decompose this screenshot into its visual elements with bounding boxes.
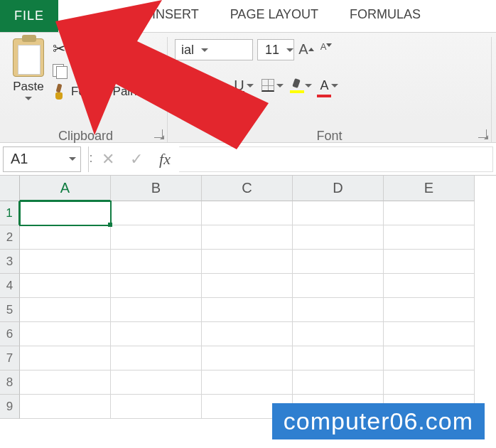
check-icon: ✓: [130, 150, 143, 169]
cell[interactable]: [20, 250, 111, 274]
cell[interactable]: [202, 298, 293, 322]
row-header[interactable]: 6: [0, 322, 20, 346]
row-header[interactable]: 7: [0, 346, 20, 370]
border-button[interactable]: [260, 75, 284, 96]
bold-icon: B: [182, 78, 192, 94]
cell[interactable]: [202, 225, 293, 250]
cancel-button[interactable]: ✕: [94, 146, 122, 172]
cell[interactable]: [293, 322, 384, 346]
cell[interactable]: [111, 225, 202, 250]
fx-icon: fx: [159, 150, 171, 169]
cell[interactable]: [293, 250, 384, 274]
row-header[interactable]: 9: [0, 395, 20, 419]
cell[interactable]: [20, 346, 111, 370]
cell[interactable]: [111, 370, 202, 395]
tab-page-layout[interactable]: PAGE LAYOUT: [215, 0, 334, 32]
copy-button[interactable]: C: [53, 64, 151, 78]
cell[interactable]: [20, 298, 111, 322]
cut-button[interactable]: ✂: [53, 40, 151, 58]
select-all-corner[interactable]: [0, 176, 20, 201]
cell[interactable]: [384, 370, 475, 395]
row-header[interactable]: 8: [0, 370, 20, 395]
column-header[interactable]: B: [111, 176, 202, 201]
cell[interactable]: [384, 250, 475, 274]
cell[interactable]: [111, 250, 202, 274]
cell[interactable]: [202, 201, 293, 225]
increase-font-size-button[interactable]: A: [298, 41, 314, 59]
cell[interactable]: [20, 395, 111, 419]
cell[interactable]: [293, 346, 384, 370]
cell[interactable]: [111, 201, 202, 225]
column-header-label: B: [151, 180, 161, 196]
cell[interactable]: [293, 298, 384, 322]
cell[interactable]: [293, 370, 384, 395]
x-icon: ✕: [102, 150, 114, 169]
row-header[interactable]: 2: [0, 225, 20, 250]
column-header[interactable]: A: [20, 176, 111, 201]
tab-file[interactable]: FILE: [0, 0, 58, 32]
row-header-label: 2: [6, 230, 13, 245]
cell[interactable]: [20, 274, 111, 298]
cell[interactable]: [111, 298, 202, 322]
cell[interactable]: [111, 322, 202, 346]
cell[interactable]: [384, 225, 475, 250]
row-header-label: 5: [6, 303, 13, 317]
cell[interactable]: [384, 201, 475, 225]
chevron-down-icon: [201, 48, 208, 52]
cell[interactable]: [384, 346, 475, 370]
fill-color-button[interactable]: [289, 75, 313, 96]
font-size-selector[interactable]: 11: [257, 39, 294, 60]
cell[interactable]: [293, 225, 384, 250]
cell[interactable]: [202, 346, 293, 370]
cell[interactable]: [384, 274, 475, 298]
column-header[interactable]: C: [202, 176, 293, 201]
font-dialog-launcher-icon[interactable]: [478, 129, 487, 138]
tab-insert[interactable]: INSERT: [136, 0, 215, 32]
row-header-label: 6: [6, 327, 13, 341]
italic-button[interactable]: I: [203, 75, 227, 96]
cell[interactable]: [384, 298, 475, 322]
row-header[interactable]: 5: [0, 298, 20, 322]
cell[interactable]: [111, 274, 202, 298]
row-header[interactable]: 3: [0, 250, 20, 274]
row-header-label: 3: [6, 255, 13, 269]
cell-a1[interactable]: [20, 201, 111, 225]
cell[interactable]: [293, 274, 384, 298]
column-header[interactable]: E: [384, 176, 475, 201]
ribbon: Paste ✂ C Format Painter Clipboard: [0, 33, 496, 143]
cell[interactable]: [202, 322, 293, 346]
column-header-label: D: [333, 180, 343, 196]
chevron-down-icon: [305, 84, 312, 87]
name-box[interactable]: A1: [3, 146, 81, 172]
row-header[interactable]: 1: [0, 201, 20, 225]
cell[interactable]: [293, 201, 384, 225]
decrease-font-size-button[interactable]: A: [318, 41, 334, 59]
cell[interactable]: [20, 370, 111, 395]
cell[interactable]: [20, 322, 111, 346]
cell[interactable]: [202, 250, 293, 274]
cell[interactable]: [202, 370, 293, 395]
chevron-down-icon: [286, 48, 293, 52]
letter-a-large-icon: A: [298, 41, 308, 58]
font-name-selector[interactable]: ial: [175, 39, 253, 60]
cell[interactable]: [111, 346, 202, 370]
cell[interactable]: [111, 395, 202, 419]
formula-input[interactable]: [179, 146, 493, 172]
tab-hidden-area: [58, 0, 136, 32]
clipboard-dialog-launcher-icon[interactable]: [154, 129, 163, 138]
paste-dropdown-icon[interactable]: [25, 97, 32, 100]
format-painter-button[interactable]: Format Painter: [53, 84, 151, 100]
underline-button[interactable]: U: [232, 75, 256, 96]
chevron-down-icon: [276, 84, 284, 87]
font-color-button[interactable]: A: [317, 75, 341, 96]
cell[interactable]: [384, 322, 475, 346]
insert-function-button[interactable]: fx: [151, 146, 179, 172]
enter-button[interactable]: ✓: [122, 146, 151, 172]
tab-formulas[interactable]: FORMULAS: [334, 0, 436, 32]
row-header[interactable]: 4: [0, 274, 20, 298]
column-header[interactable]: D: [293, 176, 384, 201]
paste-button[interactable]: Paste: [11, 37, 50, 126]
cell[interactable]: [20, 225, 111, 250]
cell[interactable]: [202, 274, 293, 298]
bold-button[interactable]: B: [175, 75, 199, 96]
